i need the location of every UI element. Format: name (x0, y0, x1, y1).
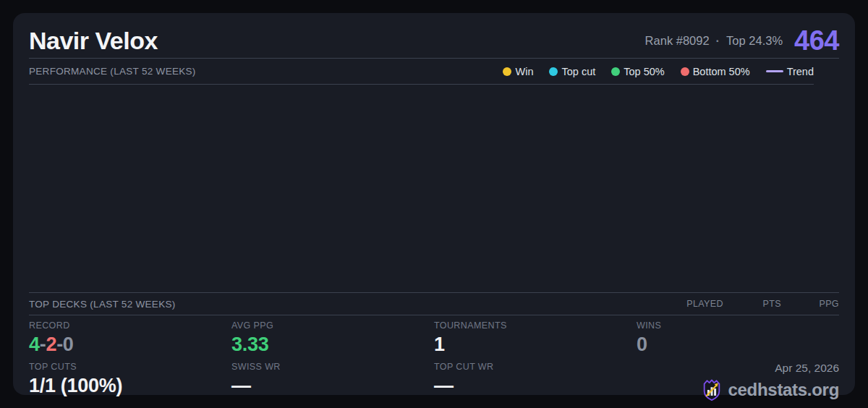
stat-top-cuts: TOP CUTS 1/1 (100%) (29, 357, 231, 404)
top-decks-header-row: TOP DECKS (LAST 52 WEEKS) PLAYED PTS PPG (29, 293, 839, 315)
card-header: Navir Velox Rank #8092 · Top 24.3% 464 (29, 13, 839, 58)
bottom-50-dot-icon (681, 67, 689, 76)
legend-win-label: Win (515, 66, 533, 77)
tournaments-label: TOURNAMENTS (434, 320, 637, 331)
top-cut-dot-icon (549, 67, 558, 76)
rank-separator: · (716, 34, 720, 48)
top-cuts-label: TOP CUTS (29, 362, 231, 372)
generated-date: Apr 25, 2026 (775, 362, 839, 374)
rank-label: Rank #8092 (645, 34, 710, 48)
tournaments-value: 1 (434, 333, 637, 355)
column-header-played: PLAYED (665, 299, 723, 309)
rank-line: Rank #8092 · Top 24.3% (645, 34, 783, 48)
brand-row[interactable]: cedhstats.org (701, 378, 839, 401)
performance-section-title: PERFORMANCE (LAST 52 WEEKS) (29, 66, 196, 77)
top-50-dot-icon (611, 67, 620, 76)
wins-label: WINS (637, 320, 839, 331)
cedhstats-shield-logo-icon (701, 378, 723, 401)
stat-tournaments: TOURNAMENTS 1 (434, 320, 637, 357)
record-label: RECORD (29, 320, 231, 331)
player-stats-card: Navir Velox Rank #8092 · Top 24.3% 464 P… (13, 13, 855, 395)
top-cut-wr-label: TOP CUT WR (434, 362, 637, 372)
record-separator: - (56, 333, 63, 355)
swiss-wr-label: SWISS WR (231, 362, 434, 372)
legend-item-top-50: Top 50% (611, 66, 664, 77)
legend-item-trend: Trend (766, 66, 814, 77)
legend-item-top-cut: Top cut (549, 66, 595, 77)
win-dot-icon (503, 67, 511, 76)
stat-wins: WINS 0 (637, 320, 839, 357)
top-percent-label: Top 24.3% (726, 34, 783, 48)
performance-header-row: PERFORMANCE (LAST 52 WEEKS) Win Top cut … (29, 59, 839, 84)
top-cut-wr-value: — (434, 375, 637, 396)
record-losses: 2 (46, 333, 56, 355)
legend-top-cut-label: Top cut (561, 66, 595, 77)
stat-top-cut-wr: TOP CUT WR — (434, 357, 637, 404)
legend-item-bottom-50: Bottom 50% (681, 66, 750, 77)
record-draws: 0 (63, 333, 74, 355)
stat-swiss-wr: SWISS WR — (231, 357, 434, 404)
legend-top-50-label: Top 50% (624, 66, 664, 77)
column-header-pts: PTS (723, 299, 781, 309)
performance-chart (29, 85, 839, 292)
column-header-ppg: PPG (781, 299, 839, 309)
chart-legend: Win Top cut Top 50% Bottom 50% Trend (503, 66, 814, 77)
swiss-wr-value: — (231, 375, 434, 396)
avg-ppg-label: AVG PPG (231, 320, 434, 331)
branding-block: Apr 25, 2026 cedhstats.org (637, 357, 839, 404)
player-score: 464 (794, 25, 839, 56)
rank-summary: Rank #8092 · Top 24.3% 464 (645, 25, 839, 56)
record-value: 4-2-0 (29, 333, 231, 355)
legend-trend-label: Trend (787, 66, 814, 77)
legend-item-win: Win (503, 66, 533, 77)
stats-grid: RECORD 4-2-0 AVG PPG 3.33 TOURNAMENTS 1 … (29, 315, 839, 404)
record-wins: 4 (29, 333, 40, 355)
top-cuts-value: 1/1 (100%) (29, 375, 231, 396)
stat-record: RECORD 4-2-0 (29, 320, 231, 357)
top-decks-section-title: TOP DECKS (LAST 52 WEEKS) (29, 299, 176, 310)
legend-bottom-50-label: Bottom 50% (693, 66, 750, 77)
wins-value: 0 (637, 333, 839, 355)
page-title: Navir Velox (29, 27, 158, 55)
avg-ppg-value: 3.33 (231, 333, 434, 355)
top-decks-column-headers: PLAYED PTS PPG (665, 299, 839, 309)
trend-line-icon (766, 70, 783, 72)
brand-name[interactable]: cedhstats.org (728, 380, 839, 400)
stat-avg-ppg: AVG PPG 3.33 (231, 320, 434, 357)
